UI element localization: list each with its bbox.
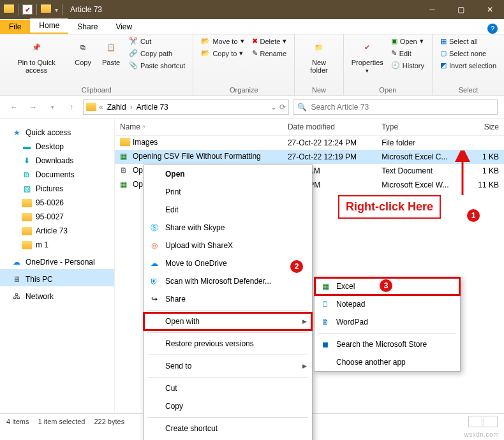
history-button[interactable]: 🕘History [390,60,426,71]
path-icon: 🔗 [129,49,138,57]
select-all-button[interactable]: ▦Select all [439,36,498,47]
copy-to-button[interactable]: 📂Copy to ▾ [200,48,245,59]
cut-button[interactable]: ✂️Cut [128,36,186,47]
folder-icon [22,226,32,236]
nav-network[interactable]: 🖧Network [0,286,114,304]
nav-folder[interactable]: Article 73 [0,224,114,238]
help-icon[interactable]: ? [487,24,498,34]
search-placeholder: Search Article 73 [311,103,369,112]
excel-icon: ▦ [120,180,130,190]
paste-shortcut-button[interactable]: 📎Paste shortcut [128,60,186,71]
text-icon: 🗎 [120,166,130,176]
back-button[interactable]: ← [6,99,22,115]
recent-button[interactable]: ▾ [45,99,60,115]
ctx-onedrive[interactable]: ☁Move to OneDrive [144,254,312,272]
col-date[interactable]: Date modified [283,119,376,136]
status-selected: 1 item selected [38,418,85,425]
selectall-icon: ▦ [440,37,447,45]
nav-folder[interactable]: m 1 [0,238,114,252]
submenu-notepad[interactable]: 🗒Notepad [315,295,460,313]
close-button[interactable]: ✕ [475,0,504,19]
group-label: Select [439,86,498,95]
copyto-icon: 📂 [201,49,210,57]
desktop-icon: ▬ [22,142,32,152]
tab-file[interactable]: File [0,20,30,34]
minimize-button[interactable]: ─ [418,0,447,19]
ctx-cut[interactable]: Cut [144,379,312,397]
ctx-restore[interactable]: Restore previous versions [144,335,312,353]
downloads-icon: ⬇ [22,156,32,166]
open-button[interactable]: ▣Open ▾ [390,36,426,47]
up-button[interactable]: ↑ [64,99,79,115]
refresh-icon[interactable]: ⟳ [279,103,286,112]
nav-folder[interactable]: 95-0027 [0,210,114,224]
onedrive-icon: ☁ [149,258,160,269]
delete-icon: ✖ [252,37,258,45]
group-label: Organize [200,86,288,95]
move-to-button[interactable]: 📂Move to ▾ [200,36,245,47]
ctx-share[interactable]: ↪Share [144,290,312,308]
properties-button[interactable]: ✔Properties▾ [350,36,385,75]
invert-selection-button[interactable]: ◩Invert selection [439,60,498,71]
tab-home[interactable]: Home [30,18,68,34]
view-large-button[interactable] [484,416,498,427]
nav-quick-access[interactable]: ★Quick access [0,122,114,140]
select-none-button[interactable]: ▢Select none [439,48,498,59]
nav-pictures[interactable]: ▧Pictures [0,182,114,196]
table-row[interactable]: ▦Opening CSV File Without Formatting 27-… [115,150,504,164]
rename-button[interactable]: ✎Rename [251,48,288,59]
ctx-copy[interactable]: Copy [144,397,312,415]
search-input[interactable]: 🔍 Search Article 73 [293,99,498,115]
delete-button[interactable]: ✖Delete ▾ [251,36,288,47]
copy-button[interactable]: ⧉Copy [71,36,94,68]
star-icon: ★ [11,128,22,138]
ctx-sharex[interactable]: ◎Upload with ShareX [144,237,312,254]
tab-share[interactable]: Share [68,20,107,34]
nav-folder[interactable]: 95-0026 [0,196,114,210]
breadcrumb-seg[interactable]: Zahid [106,103,128,112]
breadcrumb-seg[interactable]: Article 73 [135,103,170,112]
ctx-open-with[interactable]: Open with [144,312,312,330]
tab-view[interactable]: View [107,20,141,34]
breadcrumb[interactable]: « Zahid › Article 73 ⌄ ⟳ [83,99,289,115]
annotation-rightclick: Right-click Here [338,195,441,219]
nav-downloads[interactable]: ⬇Downloads [0,154,114,168]
nav-documents[interactable]: 🗎Documents [0,168,114,182]
title-bar: ✔ ▾ Article 73 ─ ▢ ✕ [0,0,504,19]
chevron-down-icon[interactable]: ⌄ [271,103,277,112]
col-type[interactable]: Type [376,119,464,136]
ctx-print[interactable]: Print [144,183,312,201]
excel-icon: ▦ [120,152,130,162]
nav-pane[interactable]: ★Quick access ▬Desktop ⬇Downloads 🗎Docum… [0,119,115,413]
folder-icon [41,4,51,15]
ctx-open[interactable]: Open [144,165,312,183]
ctx-send-to[interactable]: Send to [144,357,312,375]
ctx-edit[interactable]: Edit [144,201,312,219]
nav-onedrive[interactable]: ☁OneDrive - Personal [0,252,114,269]
table-row[interactable]: Images 27-Oct-22 12:24 PMFile folder [115,136,504,150]
submenu-store[interactable]: ◼Search the Microsoft Store [315,335,460,353]
nav-desktop[interactable]: ▬Desktop [0,140,114,154]
ctx-skype[interactable]: ⓈShare with Skype [144,219,312,237]
ribbon-tabs: File Home Share View ? [0,19,504,34]
ctx-delete[interactable]: Delete [144,437,312,440]
paste-button[interactable]: 📋Paste [100,36,122,68]
qat-dropdown-icon[interactable]: ▾ [55,6,58,13]
checkbox-icon[interactable]: ✔ [22,4,33,15]
view-details-button[interactable] [468,416,482,427]
maximize-button[interactable]: ▢ [447,0,475,19]
ctx-shortcut[interactable]: Create shortcut [144,420,312,437]
documents-icon: 🗎 [22,170,32,180]
ctx-defender[interactable]: ⛨Scan with Microsoft Defender... [144,272,312,290]
submenu-choose[interactable]: Choose another app [315,353,460,371]
edit-button[interactable]: ✎Edit [390,48,426,59]
submenu-wordpad[interactable]: 🗎WordPad [315,313,460,331]
file-list[interactable]: Name ^ Date modified Type Size Images 27… [115,119,504,413]
forward-button[interactable]: → [26,99,41,115]
new-folder-button[interactable]: 📁New folder [301,36,336,75]
col-name[interactable]: Name ^ [115,119,283,136]
col-size[interactable]: Size [464,119,504,136]
nav-this-pc[interactable]: 🖥This PC [0,269,114,286]
pin-quickaccess-button[interactable]: 📌 Pin to Quick access [6,36,66,75]
copy-path-button[interactable]: 🔗Copy path [128,48,186,59]
